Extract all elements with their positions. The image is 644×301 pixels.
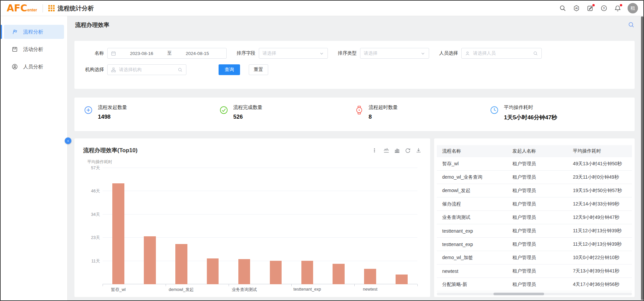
line-chart-icon[interactable] bbox=[384, 147, 389, 153]
stat-value: 1498 bbox=[98, 114, 127, 120]
download-icon[interactable] bbox=[416, 147, 421, 153]
stat-value: 8 bbox=[369, 114, 398, 120]
table-cell: 业务查询测试 bbox=[437, 215, 507, 221]
table-cell: demowl_发起 bbox=[437, 188, 507, 194]
page-search-icon[interactable] bbox=[628, 21, 635, 28]
refresh-icon[interactable] bbox=[405, 147, 411, 153]
chart-bar[interactable] bbox=[112, 183, 124, 284]
calendar-icon bbox=[111, 51, 116, 56]
name-label: 名称 bbox=[83, 50, 104, 56]
app-window: AFCenter 流程统计分析 AI ? 租 bbox=[0, 0, 644, 301]
stats-panel: 流程发起数量 1498 流程完成数量 526 bbox=[74, 98, 635, 131]
horizontal-scrollbar[interactable] bbox=[437, 293, 632, 295]
reset-button[interactable]: 重置 bbox=[249, 64, 268, 75]
dots-icon[interactable] bbox=[373, 147, 378, 153]
table-row[interactable]: demo_wl_业务查询租户管理员23天11小时0分钟49秒 bbox=[437, 171, 632, 184]
table-cell: demo_wl_业务查询 bbox=[437, 174, 507, 180]
clock-icon bbox=[490, 106, 499, 115]
efficiency-table-body: 暂存_wl租户管理员49天13小时41分钟50秒demo_wl_业务查询租户管理… bbox=[437, 157, 632, 291]
y-axis-tick-label: 11天 bbox=[84, 258, 100, 264]
chart-bar[interactable] bbox=[238, 259, 250, 284]
person-select-input[interactable]: 请选择人员 bbox=[461, 48, 542, 59]
svg-text:AI: AI bbox=[575, 7, 577, 10]
sidebar-item-label: 活动分析 bbox=[23, 46, 43, 53]
logo-text: AFC bbox=[7, 4, 27, 13]
org-select-input[interactable]: 请选择机构 bbox=[107, 64, 186, 75]
date-separator: 至 bbox=[167, 50, 172, 56]
org-tree-icon bbox=[111, 67, 116, 72]
table-cell: 租户管理员 bbox=[507, 255, 568, 261]
table-cell: testtenant_exp bbox=[437, 228, 507, 234]
table-row[interactable]: testtenant_exp租户管理员11天12小时13分钟39秒 bbox=[437, 224, 632, 238]
table-cell: 暂存_wl bbox=[437, 161, 507, 167]
scrollbar-thumb[interactable] bbox=[493, 293, 544, 295]
stat-value: 1天5小时46分钟47秒 bbox=[504, 114, 557, 121]
chart-bar[interactable] bbox=[207, 258, 219, 284]
search-icon[interactable] bbox=[559, 5, 566, 12]
circle-check-icon bbox=[219, 106, 228, 115]
person-icon bbox=[465, 51, 470, 56]
chart-bar[interactable] bbox=[144, 236, 156, 284]
sidebar-collapse-button[interactable]: ‹ bbox=[65, 137, 71, 144]
query-button[interactable]: 查询 bbox=[219, 64, 240, 75]
chart-bar[interactable] bbox=[175, 244, 187, 284]
logo-suffix: enter bbox=[27, 8, 37, 12]
sort-type-select[interactable]: 请选择 bbox=[360, 48, 429, 59]
table-header: 流程名称 发起人名称 平均操作耗时 bbox=[437, 145, 632, 157]
topbar-actions: AI ? 租 bbox=[559, 3, 638, 13]
flag-analysis-icon bbox=[11, 28, 18, 35]
org-select-label: 机构选择 bbox=[83, 67, 104, 73]
stat-avg-duration: 平均操作耗时 1天5小时46分钟47秒 bbox=[490, 104, 625, 124]
input-placeholder: 请选择人员 bbox=[473, 50, 496, 56]
y-axis-tick-label: 23天 bbox=[84, 235, 100, 241]
table-row[interactable]: demowl_发起租户管理员19天15小时50分钟57秒 bbox=[437, 184, 632, 197]
chart-bar[interactable] bbox=[364, 269, 376, 284]
chart-bar[interactable] bbox=[333, 264, 345, 284]
circle-plus-icon bbox=[84, 106, 93, 115]
date-start-value[interactable]: 2023-08-16 bbox=[130, 51, 153, 56]
table-cell: 租户管理员 bbox=[507, 268, 568, 274]
search-icon bbox=[178, 67, 183, 72]
chart-plot: 11天23天34天46天57天暂存_wldemowl_发起业务查询测试testt… bbox=[103, 168, 417, 284]
table-cell: 租户管理员 bbox=[507, 282, 568, 288]
table-row[interactable]: 业务查询测试租户管理员12天9小时49分钟47秒 bbox=[437, 211, 632, 224]
stat-label: 平均操作耗时 bbox=[504, 104, 557, 111]
chart-bar[interactable] bbox=[301, 261, 313, 284]
y-axis-tick-label: 46天 bbox=[84, 188, 100, 194]
chart-bar[interactable] bbox=[270, 261, 282, 284]
ai-icon[interactable]: AI bbox=[573, 5, 580, 12]
avatar[interactable]: 租 bbox=[628, 3, 638, 13]
bell-icon[interactable] bbox=[614, 5, 621, 12]
table-cell: 11天12小时13分钟39秒 bbox=[568, 228, 632, 234]
gridline: 57天 bbox=[103, 168, 417, 168]
vertical-scrollbar[interactable] bbox=[641, 16, 643, 300]
bar-chart-icon[interactable] bbox=[394, 147, 400, 153]
table-row[interactable]: 催办流程租户管理员12天14小时33分钟9秒 bbox=[437, 197, 632, 211]
sidebar-item-activity-analysis[interactable]: 活动分析 bbox=[4, 42, 64, 56]
table-cell: 租户管理员 bbox=[507, 228, 568, 234]
table-row[interactable]: demo_wl_加签租户管理员10天0小时22分钟10秒 bbox=[437, 251, 632, 264]
gridline: 46天 bbox=[103, 191, 417, 191]
table-cell: 租户管理员 bbox=[507, 188, 568, 194]
search-icon bbox=[533, 51, 538, 56]
sidebar-item-process-analysis[interactable]: 流程分析 bbox=[4, 25, 64, 39]
table-row[interactable]: newtest租户管理员7天13小时39分钟41秒 bbox=[437, 264, 632, 278]
sort-field-select[interactable]: 请选择 bbox=[259, 48, 328, 59]
date-range-picker[interactable]: 2023-08-16 至 2024-08-15 bbox=[107, 48, 227, 59]
x-axis-tick bbox=[291, 284, 292, 286]
help-icon[interactable]: ? bbox=[600, 5, 607, 12]
app-title: 流程统计分析 bbox=[58, 4, 94, 12]
x-axis-tick bbox=[103, 284, 103, 286]
stat-completed: 流程完成数量 526 bbox=[219, 104, 355, 124]
date-end-value[interactable]: 2024-08-15 bbox=[186, 51, 209, 56]
sidebar-item-personnel-analysis[interactable]: 人员分析 bbox=[4, 60, 64, 74]
chart-panel: 流程办理效率(Top10) bbox=[74, 138, 430, 297]
table-row[interactable]: testtenant_exp租户管理员11天12小时13分钟39秒 bbox=[437, 238, 632, 251]
table-row[interactable]: 暂存_wl租户管理员49天13小时41分钟50秒 bbox=[437, 157, 632, 171]
table-row[interactable]: 分配策略-新租户管理员4天17小时36分钟56秒 bbox=[437, 278, 632, 291]
chevron-down-icon bbox=[420, 51, 425, 56]
table-cell: 19天15小时50分钟57秒 bbox=[568, 188, 632, 194]
scrollbar-thumb[interactable] bbox=[641, 16, 643, 300]
memo-icon[interactable] bbox=[586, 5, 594, 12]
chart-bar[interactable] bbox=[396, 275, 408, 284]
